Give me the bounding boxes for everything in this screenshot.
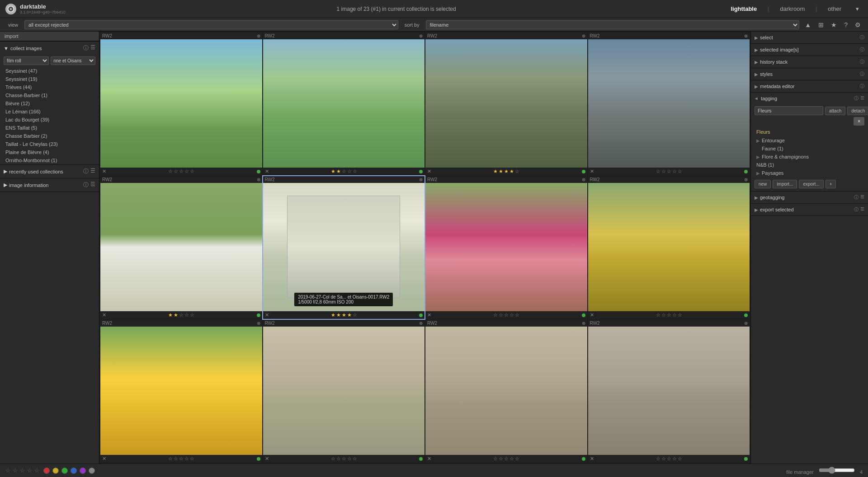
attach-button[interactable]: attach — [825, 107, 845, 115]
info-icon-collect[interactable]: ⓘ — [83, 44, 89, 52]
star-5[interactable]: ☆ — [190, 168, 194, 174]
detach-button[interactable]: detach — [847, 107, 868, 115]
geotagging-header[interactable]: ▶ geotagging ⓘ ☰ — [751, 192, 868, 203]
color-dot-purple[interactable] — [80, 468, 86, 474]
thumb-reject-x[interactable]: ✕ — [102, 168, 106, 174]
collection-item[interactable]: Plaine de Bièvre (4) — [0, 148, 99, 156]
star-5[interactable]: ☆ — [353, 168, 357, 174]
thumb-reject-x[interactable]: ✕ — [590, 312, 594, 318]
star-2[interactable]: ★ — [336, 312, 341, 318]
info-icon-geotagging[interactable]: ⓘ — [854, 194, 859, 201]
color-dot-grey[interactable] — [89, 468, 95, 474]
star-2[interactable]: ★ — [174, 312, 178, 318]
thumb-reject-x[interactable]: ✕ — [265, 456, 269, 462]
tag-tree-nb[interactable]: N&B (1) — [751, 161, 868, 169]
info-icon-imginfo[interactable]: ⓘ — [83, 181, 89, 189]
thumb-reject-x[interactable]: ✕ — [427, 456, 431, 462]
star-4[interactable]: ☆ — [672, 312, 677, 318]
reject-icon[interactable]: ⊗ — [419, 33, 423, 38]
color-dot-red[interactable] — [43, 468, 50, 474]
star-5[interactable]: ☆ — [190, 312, 194, 318]
info-icon-tagging[interactable]: ⓘ — [854, 95, 859, 102]
star-1[interactable]: ☆ — [168, 168, 173, 174]
info-icon-selected[interactable]: ⓘ — [860, 47, 864, 53]
thumb-cell[interactable]: RW2⊗✕☆☆☆☆☆ — [263, 320, 425, 463]
star-4[interactable]: ☆ — [509, 312, 514, 318]
reject-icon[interactable]: ⊗ — [582, 177, 585, 182]
reject-icon[interactable]: ⊗ — [419, 177, 423, 182]
star-3[interactable]: ☆ — [504, 456, 509, 462]
star-2[interactable]: ☆ — [499, 312, 503, 318]
thumb-reject-x[interactable]: ✕ — [590, 456, 594, 462]
star-3[interactable]: ☆ — [667, 312, 671, 318]
grid-icon[interactable]: ⊞ — [816, 20, 826, 29]
collection-item[interactable]: Seyssinet (47) — [0, 67, 99, 75]
star-5[interactable]: ☆ — [678, 456, 682, 462]
star-3[interactable]: ☆ — [667, 168, 671, 174]
metadata-editor-header[interactable]: ▶ metadata editor ⓘ — [751, 80, 868, 92]
collection-item[interactable]: ENS Taillat (5) — [0, 124, 99, 132]
info-icon-select[interactable]: ⓘ — [860, 34, 864, 41]
star-3[interactable]: ☆ — [342, 456, 346, 462]
star-1[interactable]: ☆ — [656, 456, 660, 462]
reject-icon[interactable]: ⊗ — [419, 321, 423, 326]
reject-icon[interactable]: ⊗ — [257, 321, 260, 326]
thumb-cell[interactable]: RW2⊗✕☆☆☆☆☆ — [100, 320, 262, 463]
thumb-reject-x[interactable]: ✕ — [265, 168, 269, 174]
star-4[interactable]: ☆ — [672, 168, 677, 174]
tagging-header[interactable]: ▼ tagging ⓘ ☰ — [751, 93, 868, 104]
star-2[interactable]: ☆ — [661, 312, 666, 318]
star-4[interactable]: ☆ — [184, 168, 189, 174]
star-5[interactable]: ☆ — [353, 456, 357, 462]
reject-icon[interactable]: ⊗ — [257, 177, 260, 182]
star-2[interactable]: ☆ — [661, 168, 666, 174]
sort-asc-icon[interactable]: ▲ — [803, 20, 813, 29]
menu-icon-collect[interactable]: ☰ — [90, 44, 95, 52]
star-5[interactable]: ☆ — [515, 312, 519, 318]
view-filter-select[interactable]: all except rejected all rejected — [24, 20, 398, 29]
star-1[interactable]: ☆ — [656, 168, 660, 174]
star-2[interactable]: ☆ — [174, 456, 178, 462]
filter-star-3[interactable]: ☆ — [20, 467, 25, 474]
star-5[interactable]: ☆ — [515, 168, 519, 174]
collection-item[interactable]: Le Léman (166) — [0, 108, 99, 116]
film-roll-select[interactable]: film roll tag color label — [4, 56, 49, 65]
color-dot-green[interactable] — [61, 468, 68, 474]
star-5[interactable]: ☆ — [678, 168, 682, 174]
info-icon-history[interactable]: ⓘ — [860, 59, 864, 65]
star-4[interactable]: ☆ — [672, 456, 677, 462]
menu-icon-recent[interactable]: ☰ — [90, 168, 95, 175]
star-3[interactable]: ☆ — [179, 456, 184, 462]
star-1[interactable]: ☆ — [331, 456, 335, 462]
collection-item[interactable]: Seyssinet (19) — [0, 75, 99, 83]
star-4[interactable]: ★ — [347, 312, 352, 318]
star-2[interactable]: ☆ — [336, 456, 341, 462]
tab-lighttable[interactable]: lighttable — [727, 4, 760, 14]
collection-item[interactable]: Bièvre (12) — [0, 99, 99, 108]
selected-images-header[interactable]: ▶ selected image[s] ⓘ — [751, 44, 868, 56]
star-1[interactable]: ☆ — [656, 312, 660, 318]
thumb-reject-x[interactable]: ✕ — [427, 312, 431, 318]
menu-icon-geotagging[interactable]: ☰ — [860, 194, 864, 201]
filter-star-2[interactable]: ☆ — [13, 467, 18, 474]
star-3[interactable]: ☆ — [342, 168, 346, 174]
star-icon[interactable]: ★ — [829, 20, 839, 29]
star-2[interactable]: ☆ — [661, 456, 666, 462]
star-5[interactable]: ☆ — [515, 456, 519, 462]
thumb-cell[interactable]: RW2⊗✕★★☆☆☆ — [263, 33, 425, 175]
collection-item[interactable]: Trièves (44) — [0, 83, 99, 91]
star-4[interactable]: ☆ — [347, 168, 352, 174]
info-icon-styles[interactable]: ⓘ — [860, 71, 864, 77]
new-tag-button[interactable]: new — [755, 180, 771, 188]
recently-used-header[interactable]: ▶ recently used collections ⓘ ☰ — [0, 165, 99, 178]
collection-item[interactable]: Taillat - Le Cheylas (23) — [0, 140, 99, 148]
color-dot-blue[interactable] — [71, 468, 77, 474]
star-4[interactable]: ☆ — [509, 456, 514, 462]
styles-header[interactable]: ▶ styles ⓘ — [751, 68, 868, 80]
import-button[interactable]: import — [0, 32, 99, 41]
star-4[interactable]: ☆ — [184, 312, 189, 318]
collection-item[interactable]: Chasse Barbier (2) — [0, 132, 99, 140]
sort-field-select[interactable]: filename date rating — [426, 20, 800, 29]
star-4[interactable]: ★ — [509, 168, 514, 174]
zoom-slider[interactable] — [819, 467, 855, 474]
